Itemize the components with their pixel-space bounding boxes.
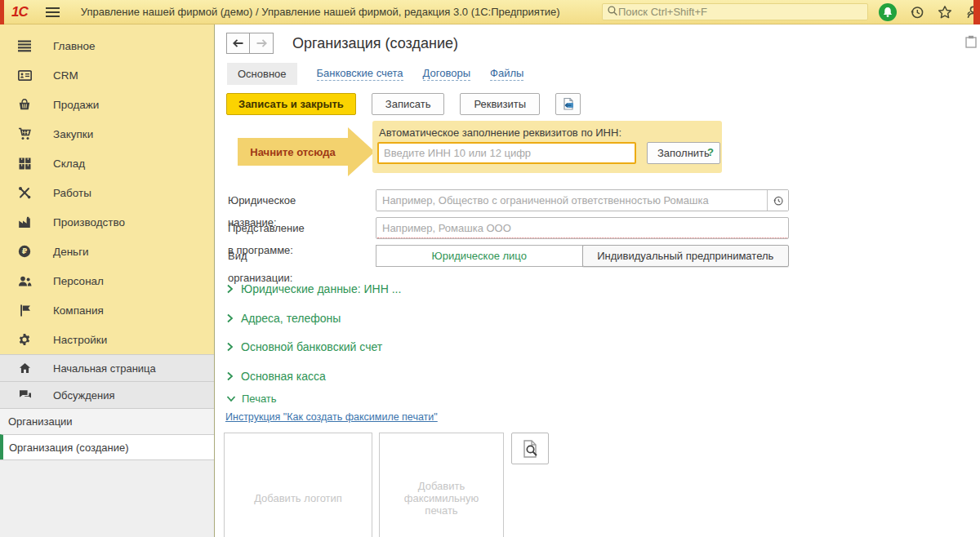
help-question-icon[interactable]: ? bbox=[707, 146, 714, 158]
brand-red-strip-right bbox=[973, 0, 980, 24]
company-icon bbox=[17, 304, 32, 317]
save-button[interactable]: Записать bbox=[372, 93, 445, 115]
org-type-toggle: Юридическое лицо Индивидуальный предприн… bbox=[376, 245, 789, 267]
sidebar-item-staff[interactable]: Персонал bbox=[0, 266, 214, 295]
section-legal-data[interactable]: Юридические данные: ИНН ... bbox=[226, 282, 401, 295]
discussions-icon bbox=[18, 389, 32, 401]
window-title: Управление нашей фирмой (демо) / Управле… bbox=[81, 6, 560, 18]
preview-document-icon[interactable] bbox=[511, 433, 549, 464]
staff-icon bbox=[17, 274, 32, 288]
tab-main[interactable]: Основное bbox=[227, 63, 297, 85]
tab-bank-accounts[interactable]: Банковские счета bbox=[317, 67, 403, 81]
sidebar-empty-area bbox=[0, 459, 214, 537]
sidebar-item-settings[interactable]: Настройки bbox=[0, 325, 214, 354]
section-addresses-phones[interactable]: Адреса, телефоны bbox=[226, 312, 341, 325]
inn-autofill-label: Автоматическое заполнение реквизитов по … bbox=[379, 126, 621, 139]
purchases-icon bbox=[17, 127, 32, 141]
section-print-expanded[interactable]: Печать bbox=[226, 393, 277, 405]
history-icon[interactable] bbox=[909, 4, 924, 20]
sidebar-item-works[interactable]: Работы bbox=[0, 178, 214, 207]
warehouse-icon bbox=[17, 157, 32, 171]
chevron-right-icon bbox=[226, 371, 234, 381]
settings-icon bbox=[17, 333, 32, 347]
section-main-bank-account[interactable]: Основной банковский счет bbox=[226, 340, 382, 353]
production-icon bbox=[17, 215, 32, 229]
inn-input[interactable] bbox=[377, 142, 636, 164]
sidebar-item-warehouse[interactable]: Склад bbox=[0, 149, 214, 178]
search-input[interactable] bbox=[618, 6, 863, 18]
chevron-down-icon bbox=[226, 395, 236, 402]
facsimile-instruction-link[interactable]: Инструкция "Как создать факсимиле печати… bbox=[225, 411, 438, 423]
brand-red-strip-left bbox=[0, 0, 4, 24]
main-menu-icon[interactable] bbox=[46, 7, 60, 17]
search-icon bbox=[607, 5, 618, 19]
tab-contracts[interactable]: Договоры bbox=[423, 67, 470, 81]
sidebar-item-sales[interactable]: Продажи bbox=[0, 90, 214, 119]
save-and-close-button[interactable]: Записать и закрыть bbox=[226, 93, 356, 115]
organization-form: Организация (создание) Основное Банковск… bbox=[216, 24, 980, 537]
legal-name-input[interactable] bbox=[376, 190, 767, 211]
works-icon bbox=[17, 186, 32, 200]
sidebar-item-discussions[interactable]: Обсуждения bbox=[0, 381, 214, 408]
tab-files[interactable]: Файлы bbox=[490, 67, 523, 81]
sidebar-item-main[interactable]: Главное bbox=[0, 31, 214, 60]
page-title: Организация (создание) bbox=[292, 35, 458, 52]
chevron-right-icon bbox=[226, 342, 234, 352]
sidebar-item-home[interactable]: Начальная страница bbox=[0, 354, 214, 381]
sidebar-tab-organization-create[interactable]: Организация (создание) bbox=[0, 434, 214, 459]
title-bar: 1С Управление нашей фирмой (демо) / Упра… bbox=[0, 0, 980, 24]
add-facsimile-box[interactable]: Добавить факсимильную печать bbox=[379, 433, 504, 537]
inn-autofill-panel: Автоматическое заполнение реквизитов по … bbox=[372, 121, 722, 173]
notifications-bell-icon[interactable] bbox=[879, 3, 897, 21]
command-bar: Записать и закрыть Записать Реквизиты bbox=[226, 93, 581, 115]
add-logo-box[interactable]: Добавить логотип bbox=[224, 433, 372, 537]
input-history-icon[interactable] bbox=[767, 190, 788, 211]
sidebar-item-money[interactable]: ₽ Деньги bbox=[0, 237, 214, 266]
sidebar-item-crm[interactable]: CRM bbox=[0, 60, 214, 90]
1c-logo[interactable]: 1С bbox=[11, 4, 28, 20]
back-button[interactable] bbox=[226, 33, 250, 54]
favorites-star-icon[interactable] bbox=[937, 4, 952, 20]
section-main-cash-desk[interactable]: Основная касса bbox=[226, 370, 326, 383]
svg-text:₽: ₽ bbox=[22, 246, 28, 255]
start-here-label: Начните отсюда bbox=[250, 146, 335, 158]
form-tabs: Основное Банковские счета Договоры Файлы bbox=[227, 63, 523, 85]
sections-panel: Главное CRM Продажи Закупки Склад Работы… bbox=[0, 24, 214, 354]
org-type-legal-entity[interactable]: Юридическое лицо bbox=[376, 245, 583, 267]
chevron-right-icon bbox=[226, 313, 234, 323]
start-here-arrow-head bbox=[348, 127, 375, 176]
home-icon bbox=[18, 362, 32, 374]
crm-icon bbox=[17, 69, 32, 82]
sales-icon bbox=[17, 98, 32, 112]
sidebar: Главное CRM Продажи Закупки Склад Работы… bbox=[0, 24, 215, 537]
display-name-input[interactable] bbox=[376, 217, 789, 239]
main-icon bbox=[17, 39, 32, 53]
window-controls-icon[interactable] bbox=[965, 35, 978, 51]
org-type-individual-entrepreneur[interactable]: Индивидуальный предприниматель bbox=[582, 245, 790, 267]
chevron-right-icon bbox=[226, 284, 234, 294]
money-icon: ₽ bbox=[17, 245, 32, 259]
load-document-icon[interactable] bbox=[555, 93, 581, 115]
sidebar-item-production[interactable]: Производство bbox=[0, 207, 214, 237]
global-search[interactable] bbox=[602, 3, 868, 20]
sidebar-tab-organizations[interactable]: Организации bbox=[0, 408, 214, 434]
details-button[interactable]: Реквизиты bbox=[460, 93, 540, 115]
forward-button-disabled[interactable] bbox=[250, 33, 274, 54]
sidebar-item-purchases[interactable]: Закупки bbox=[0, 119, 214, 149]
start-here-arrow: Начните отсюда bbox=[238, 138, 348, 166]
sidebar-item-company[interactable]: Компания bbox=[0, 295, 214, 325]
